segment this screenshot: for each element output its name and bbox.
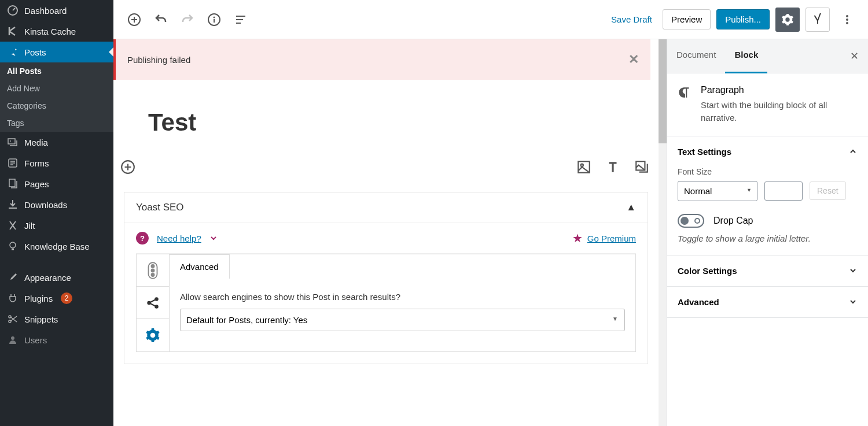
advanced-header[interactable]: Advanced xyxy=(667,287,868,317)
collapse-icon: ▲ xyxy=(626,202,636,213)
error-message: Publishing failed xyxy=(127,55,190,65)
svg-point-20 xyxy=(152,265,155,268)
tab-block[interactable]: Block xyxy=(725,39,767,73)
submenu-categories[interactable]: Categories xyxy=(0,97,113,114)
info-button[interactable] xyxy=(203,8,226,31)
sidebar-item-dashboard[interactable]: Dashboard xyxy=(0,0,113,21)
chevron-down-icon xyxy=(848,266,858,275)
kinsta-icon xyxy=(7,25,19,37)
svg-point-8 xyxy=(11,336,14,340)
star-icon: ★ xyxy=(572,231,583,245)
font-size-reset[interactable]: Reset xyxy=(810,181,846,200)
svg-point-12 xyxy=(846,15,848,17)
add-block-inline[interactable] xyxy=(120,160,135,175)
settings-toggle[interactable] xyxy=(775,8,800,32)
sidebar-item-snippets[interactable]: Snippets xyxy=(0,309,113,329)
text-settings-header[interactable]: Text Settings xyxy=(667,136,868,167)
svg-point-2 xyxy=(10,140,11,142)
submenu-tags[interactable]: Tags xyxy=(0,114,113,132)
sidebar-item-media[interactable]: Media xyxy=(0,132,113,153)
svg-point-6 xyxy=(9,316,11,318)
post-title[interactable]: Test xyxy=(148,109,624,136)
more-menu[interactable] xyxy=(836,8,859,31)
submenu-add-new[interactable]: Add New xyxy=(0,80,113,97)
pin-icon xyxy=(7,46,19,58)
brush-icon xyxy=(7,272,19,283)
yoast-header[interactable]: Yoast SEO ▲ xyxy=(124,192,648,223)
yoast-subtab-advanced[interactable]: Advanced xyxy=(169,254,230,279)
sidebar-label: Knowledge Base xyxy=(24,242,90,251)
media-icon xyxy=(7,136,19,148)
submenu-all-posts[interactable]: All Posts xyxy=(0,62,113,80)
svg-point-11 xyxy=(214,16,215,18)
image-block-icon[interactable] xyxy=(576,160,591,175)
editor-scrollbar[interactable] xyxy=(659,39,667,426)
svg-point-7 xyxy=(9,320,11,323)
gallery-block-icon[interactable] xyxy=(634,160,649,175)
error-notice: Publishing failed ✕ xyxy=(113,39,650,80)
svg-point-22 xyxy=(152,273,155,276)
need-help-link[interactable]: Need help? xyxy=(157,234,201,243)
text-settings-label: Text Settings xyxy=(678,147,731,157)
editor-topbar: Save Draft Preview Publish... xyxy=(113,0,868,39)
yoast-tab-readability[interactable] xyxy=(137,254,169,287)
editor-canvas: Publishing failed ✕ Test Yoast xyxy=(113,39,659,426)
sidebar-label: Downloads xyxy=(24,200,67,210)
font-size-input[interactable] xyxy=(764,181,803,201)
drop-cap-hint: Toggle to show a large initial letter. xyxy=(678,234,858,243)
sidebar-label: Plugins xyxy=(24,294,53,303)
add-block-button[interactable] xyxy=(123,8,146,31)
yoast-metabox: Yoast SEO ▲ ? Need help? ★ Go Premium xyxy=(124,192,648,364)
sidebar-item-kinsta[interactable]: Kinsta Cache xyxy=(0,21,113,42)
pages-icon xyxy=(7,178,19,190)
plugins-badge: 2 xyxy=(61,292,72,304)
users-icon xyxy=(7,334,19,346)
svg-rect-1 xyxy=(8,139,15,144)
paragraph-icon xyxy=(678,85,693,124)
undo-button[interactable] xyxy=(149,8,172,31)
chevron-down-icon xyxy=(209,234,218,242)
jilt-icon xyxy=(7,220,19,231)
drop-cap-toggle[interactable] xyxy=(678,214,704,228)
close-settings-button[interactable]: ✕ xyxy=(841,39,868,73)
sidebar-label: Users xyxy=(24,335,47,345)
advanced-label: Advanced xyxy=(678,297,719,307)
color-settings-label: Color Settings xyxy=(678,266,737,276)
yoast-tab-advanced[interactable] xyxy=(137,319,169,351)
publish-button[interactable]: Publish... xyxy=(716,9,770,29)
chevron-down-icon xyxy=(848,297,858,306)
sidebar-item-jilt[interactable]: Jilt xyxy=(0,215,113,236)
heading-block-icon[interactable] xyxy=(605,160,620,175)
yoast-title: Yoast SEO xyxy=(136,202,184,213)
sidebar-item-plugins[interactable]: Plugins 2 xyxy=(0,288,113,309)
yoast-tab-social[interactable] xyxy=(137,287,169,319)
sidebar-item-posts[interactable]: Posts xyxy=(0,42,113,62)
redo-button[interactable] xyxy=(176,8,199,31)
dismiss-notice-button[interactable]: ✕ xyxy=(628,52,639,67)
save-draft-button[interactable]: Save Draft xyxy=(606,10,657,29)
sidebar-item-appearance[interactable]: Appearance xyxy=(0,267,113,288)
chevron-up-icon xyxy=(848,147,858,156)
sidebar-item-knowledge[interactable]: Knowledge Base xyxy=(0,236,113,257)
outline-button[interactable] xyxy=(229,8,252,31)
sidebar-item-pages[interactable]: Pages xyxy=(0,173,113,194)
dashboard-icon xyxy=(7,5,19,16)
yoast-toggle[interactable] xyxy=(806,8,830,32)
help-icon: ? xyxy=(136,232,149,245)
drop-cap-label: Drop Cap xyxy=(713,216,753,226)
yoast-search-select[interactable]: Default for Posts, currently: Yes xyxy=(180,309,625,331)
download-icon xyxy=(7,199,19,210)
sidebar-item-forms[interactable]: Forms xyxy=(0,153,113,173)
preview-button[interactable]: Preview xyxy=(663,9,711,29)
sidebar-item-users[interactable]: Users xyxy=(0,329,113,350)
forms-icon xyxy=(7,157,19,169)
sidebar-item-downloads[interactable]: Downloads xyxy=(0,194,113,215)
sidebar-label: Jilt xyxy=(24,221,35,231)
tab-document[interactable]: Document xyxy=(667,39,725,73)
color-settings-header[interactable]: Color Settings xyxy=(667,255,868,286)
plug-icon xyxy=(7,292,19,304)
font-size-select[interactable]: Normal xyxy=(678,181,757,201)
bulb-icon xyxy=(7,240,19,252)
go-premium-link[interactable]: Go Premium xyxy=(587,234,636,243)
sidebar-label: Pages xyxy=(24,179,49,189)
